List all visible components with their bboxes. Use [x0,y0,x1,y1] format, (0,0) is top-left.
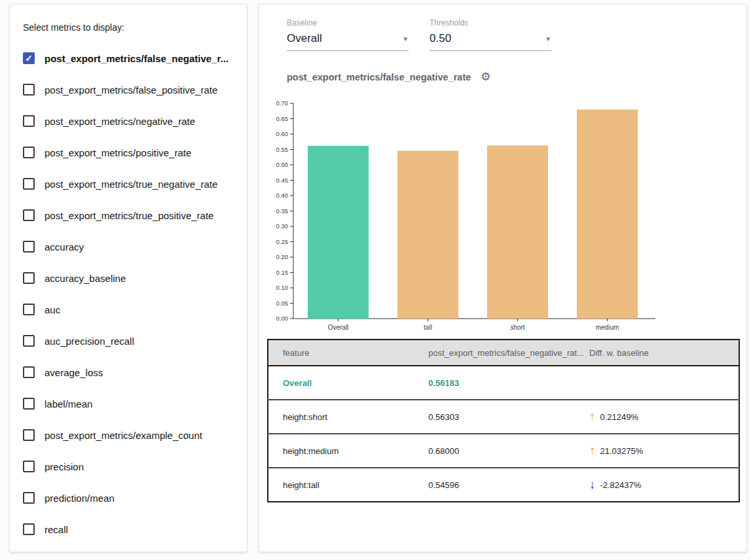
metric-label: post_export_metrics/positive_rate [45,147,191,158]
table-row: height:short0.56303↑0.21249% [268,400,739,434]
diff-percentage: 21.03275% [600,446,643,456]
baseline-dropdown[interactable]: Baseline Overall ▾ [287,18,409,51]
checkbox-unchecked-icon: ✓ [23,492,35,504]
metric-checkbox-item[interactable]: ✓post_export_metrics/true_negative_rate [10,168,247,200]
metric-checkbox-item[interactable]: ✓post_export_metrics/false_positive_rate [10,74,247,105]
metric-label: post_export_metrics/false_negative_r... [45,53,229,64]
thresholds-label: Thresholds [430,18,551,27]
table-header-row: feature post_export_metrics/false_negati… [268,340,739,366]
bar-medium[interactable] [577,109,638,319]
metric-checkbox-item[interactable]: ✓post_export_metrics/example_count [10,419,247,451]
x-axis-tick-label: short [510,324,524,331]
diff-percentage: -2.82437% [600,480,641,490]
x-axis-tick-label: medium [596,324,619,331]
diff-percentage: 0.21249% [600,412,638,422]
metric-label: prediction/mean [45,493,115,504]
metric-selector-panel: Select metrics to display: ✓post_export_… [9,4,247,552]
check-icon: ✓ [24,53,33,62]
checkbox-unchecked-icon: ✓ [23,304,35,315]
metric-label: auc [45,304,60,315]
y-axis-tick-label: 0.70 [276,99,289,107]
metric-label: precision [45,461,84,472]
metric-label: recall [45,524,68,535]
metric-label: post_export_metrics/false_positive_rate [45,84,217,96]
y-axis-tick-label: 0.10 [276,284,289,291]
y-axis-tick-label: 0.45 [276,177,289,184]
metric-checkbox-item[interactable]: ✓post_export_metrics/false_negative_r... [10,43,247,74]
cell-diff: ↑0.21249% [584,400,739,434]
y-axis-tick-label: 0.60 [276,130,289,137]
checkbox-unchecked-icon: ✓ [23,272,35,284]
metrics-table: feature post_export_metrics/false_negati… [267,339,740,502]
metric-checkbox-item[interactable]: ✓post_export_metrics/true_positive_rate [10,200,247,231]
table-row: height:tall0.54596↓-2.82437% [268,468,739,502]
checkbox-unchecked-icon: ✓ [23,241,35,253]
checkbox-unchecked-icon: ✓ [23,115,35,127]
checkbox-unchecked-icon: ✓ [23,523,35,535]
y-axis-tick-label: 0.25 [276,238,289,245]
panel-title: Select metrics to display: [23,22,124,33]
bar-tall[interactable] [397,150,458,319]
metric-label: accuracy_baseline [45,273,126,284]
metric-checkbox-item[interactable]: ✓auc_precision_recall [10,325,247,357]
cell-diff [584,366,739,400]
header-metric-value: post_export_metrics/false_negative_rat..… [428,340,584,366]
y-axis-tick-label: 0.35 [276,207,289,215]
bar-Overall[interactable] [308,146,369,319]
metric-checkbox-item[interactable]: ✓label/mean [10,388,247,419]
checkbox-unchecked-icon: ✓ [23,178,35,190]
checkbox-unchecked-icon: ✓ [23,366,35,378]
checkbox-unchecked-icon: ✓ [23,335,35,347]
metric-label: auc_precision_recall [45,336,134,347]
bar-chart: 0.000.050.100.150.200.250.300.350.400.45… [272,97,665,334]
metric-label: post_export_metrics/example_count [45,430,202,441]
cell-metric-value: 0.54596 [428,468,584,502]
chart-title: post_export_metrics/false_negative_rate [287,72,471,82]
metric-list: ✓post_export_metrics/false_negative_r...… [10,43,247,545]
arrow-down-icon: ↓ [589,478,596,491]
y-axis-tick-label: 0.20 [276,253,289,260]
metric-checkbox-item[interactable]: ✓post_export_metrics/positive_rate [10,137,247,168]
cell-diff: ↓-2.82437% [584,468,739,502]
metric-label: post_export_metrics/negative_rate [45,116,195,127]
cell-metric-value: 0.56303 [428,400,584,434]
y-axis-tick-label: 0.50 [276,161,289,168]
chevron-down-icon: ▾ [403,35,407,43]
checkbox-checked-icon: ✓ [23,52,35,64]
metric-checkbox-item[interactable]: ✓recall [10,514,247,545]
metric-checkbox-item[interactable]: ✓average_loss [10,357,247,388]
metric-checkbox-item[interactable]: ✓precision [10,451,247,482]
y-axis-tick-label: 0.05 [276,300,289,307]
checkbox-unchecked-icon: ✓ [23,429,35,441]
baseline-label: Baseline [287,18,409,27]
metric-checkbox-item[interactable]: ✓accuracy_baseline [10,262,247,294]
y-axis-tick-label: 0.65 [276,115,289,122]
metric-checkbox-item[interactable]: ✓accuracy [10,231,247,262]
gear-icon[interactable]: ⚙ [481,71,490,82]
table-row: Overall0.56183 [268,366,739,400]
checkbox-unchecked-icon: ✓ [23,398,35,410]
metric-checkbox-item[interactable]: ✓prediction/mean [10,482,247,514]
metric-label: post_export_metrics/true_negative_rate [45,179,217,190]
cell-metric-value: 0.56183 [428,366,584,400]
metric-label: accuracy [45,241,84,253]
y-axis-tick-label: 0.00 [276,315,289,322]
cell-metric-value: 0.68000 [428,434,584,468]
metric-label: label/mean [45,398,92,410]
arrow-up-icon: ↑ [589,444,596,457]
results-panel: Baseline Overall ▾ Thresholds 0.50 ▾ pos… [259,4,747,552]
cell-feature: Overall [268,366,428,400]
thresholds-value: 0.50 ▾ [430,31,551,51]
cell-diff: ↑21.03275% [584,434,739,468]
thresholds-dropdown[interactable]: Thresholds 0.50 ▾ [430,18,551,51]
bar-short[interactable] [487,145,548,319]
y-axis-tick-label: 0.15 [276,269,289,276]
y-axis-tick-label: 0.30 [276,222,289,230]
cell-feature: height:tall [268,468,428,502]
metric-checkbox-item[interactable]: ✓auc [10,294,247,325]
table-row: height:medium0.68000↑21.03275% [268,434,739,468]
metric-checkbox-item[interactable]: ✓post_export_metrics/negative_rate [10,105,247,137]
chevron-down-icon: ▾ [546,35,550,43]
arrow-up-icon: ↑ [589,410,596,423]
header-feature: feature [268,340,428,366]
